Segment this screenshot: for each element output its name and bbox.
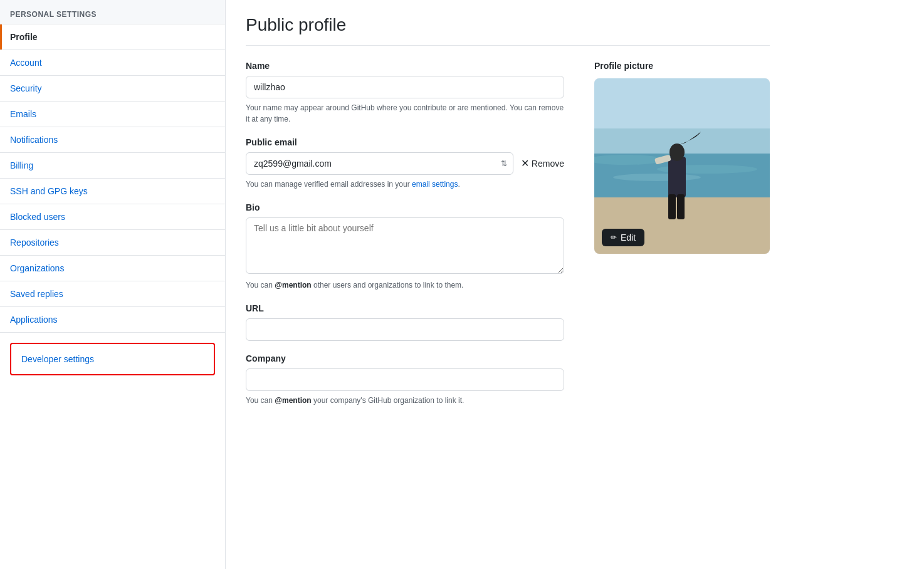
sidebar-item-repositories[interactable]: Repositories — [0, 230, 225, 256]
public-email-label: Public email — [246, 137, 564, 147]
name-input[interactable] — [246, 76, 564, 98]
bio-hint-suffix: other users and organizations to link to… — [312, 281, 464, 290]
name-label: Name — [246, 61, 564, 71]
sidebar-item-ssh-gpg-keys[interactable]: SSH and GPG keys — [0, 179, 225, 204]
svg-point-5 — [613, 174, 701, 181]
email-hint-suffix: . — [458, 180, 459, 189]
sidebar-item-profile[interactable]: Profile — [0, 24, 225, 50]
section-divider — [246, 45, 770, 46]
sidebar-link-emails[interactable]: Emails — [0, 102, 225, 127]
sidebar-link-repositories[interactable]: Repositories — [0, 230, 225, 255]
company-hint-suffix: your company's GitHub organization to li… — [312, 396, 465, 405]
company-label: Company — [246, 353, 564, 363]
company-group: Company You can @mention your company's … — [246, 353, 564, 406]
sidebar-link-notifications[interactable]: Notifications — [0, 127, 225, 152]
email-settings-link[interactable]: email settings — [412, 180, 458, 189]
svg-rect-10 — [677, 194, 685, 219]
email-hint-prefix: You can manage verified email addresses … — [246, 180, 412, 189]
remove-label: Remove — [532, 159, 564, 169]
bio-hint-mention: @mention — [275, 281, 311, 290]
bio-hint: You can @mention other users and organiz… — [246, 279, 564, 291]
sidebar-item-organizations[interactable]: Organizations — [0, 256, 225, 281]
url-input[interactable] — [246, 318, 564, 341]
public-email-group: Public email zq2599@gmail.com ⇅ ✕ Remove… — [246, 137, 564, 190]
sidebar-link-profile[interactable]: Profile — [0, 24, 225, 50]
url-label: URL — [246, 303, 564, 313]
sidebar-item-security[interactable]: Security — [0, 76, 225, 102]
sidebar-item-billing[interactable]: Billing — [0, 153, 225, 179]
svg-rect-7 — [668, 157, 686, 197]
sidebar-link-security[interactable]: Security — [0, 76, 225, 101]
email-select[interactable]: zq2599@gmail.com — [246, 152, 513, 175]
sidebar: Personal settings Profile Account Securi… — [0, 0, 226, 569]
email-row: zq2599@gmail.com ⇅ ✕ Remove — [246, 152, 564, 175]
profile-picture-svg — [594, 78, 770, 254]
form-area: Name Your name may appear around GitHub … — [246, 61, 564, 419]
profile-picture-label: Profile picture — [594, 61, 770, 71]
developer-settings-link[interactable]: Developer settings — [11, 344, 214, 374]
sidebar-link-saved-replies[interactable]: Saved replies — [0, 281, 225, 306]
company-hint-prefix: You can — [246, 396, 275, 405]
sidebar-item-notifications[interactable]: Notifications — [0, 127, 225, 153]
sidebar-link-ssh-gpg-keys[interactable]: SSH and GPG keys — [0, 179, 225, 204]
sidebar-link-applications[interactable]: Applications — [0, 307, 225, 332]
edit-profile-picture-button[interactable]: ✏ Edit — [602, 229, 644, 246]
main-content: Public profile Name Your name may appear… — [226, 0, 790, 569]
sidebar-link-account[interactable]: Account — [0, 50, 225, 75]
profile-picture-panel: Profile picture — [594, 61, 770, 254]
company-input[interactable] — [246, 368, 564, 391]
svg-point-8 — [669, 144, 685, 161]
company-hint: You can @mention your company's GitHub o… — [246, 395, 564, 406]
sidebar-link-blocked-users[interactable]: Blocked users — [0, 204, 225, 229]
profile-picture-container: ✏ Edit — [594, 78, 770, 254]
remove-x-icon: ✕ — [521, 159, 529, 169]
sidebar-item-emails[interactable]: Emails — [0, 102, 225, 127]
sidebar-item-saved-replies[interactable]: Saved replies — [0, 281, 225, 307]
name-group: Name Your name may appear around GitHub … — [246, 61, 564, 125]
sidebar-item-applications[interactable]: Applications — [0, 307, 225, 333]
email-select-wrapper: zq2599@gmail.com ⇅ — [246, 152, 513, 175]
name-hint: Your name may appear around GitHub where… — [246, 102, 564, 125]
email-hint: You can manage verified email addresses … — [246, 179, 564, 190]
remove-email-button[interactable]: ✕ Remove — [521, 159, 564, 169]
pencil-icon: ✏ — [611, 233, 617, 242]
edit-label: Edit — [621, 232, 636, 243]
bio-hint-prefix: You can — [246, 281, 275, 290]
url-group: URL — [246, 303, 564, 341]
page-title: Public profile — [246, 15, 770, 35]
sidebar-link-organizations[interactable]: Organizations — [0, 256, 225, 281]
sidebar-item-blocked-users[interactable]: Blocked users — [0, 204, 225, 230]
company-hint-mention: @mention — [275, 396, 311, 405]
bio-group: Bio You can @mention other users and org… — [246, 202, 564, 291]
svg-rect-9 — [668, 194, 676, 219]
developer-settings-box[interactable]: Developer settings — [10, 343, 215, 375]
sidebar-nav: Profile Account Security Emails Notifica… — [0, 24, 225, 333]
sidebar-section-title: Personal settings — [0, 0, 225, 24]
sidebar-link-billing[interactable]: Billing — [0, 153, 225, 178]
content-layout: Name Your name may appear around GitHub … — [246, 61, 770, 419]
bio-label: Bio — [246, 202, 564, 212]
bio-textarea[interactable] — [246, 217, 564, 274]
sidebar-item-account[interactable]: Account — [0, 50, 225, 76]
